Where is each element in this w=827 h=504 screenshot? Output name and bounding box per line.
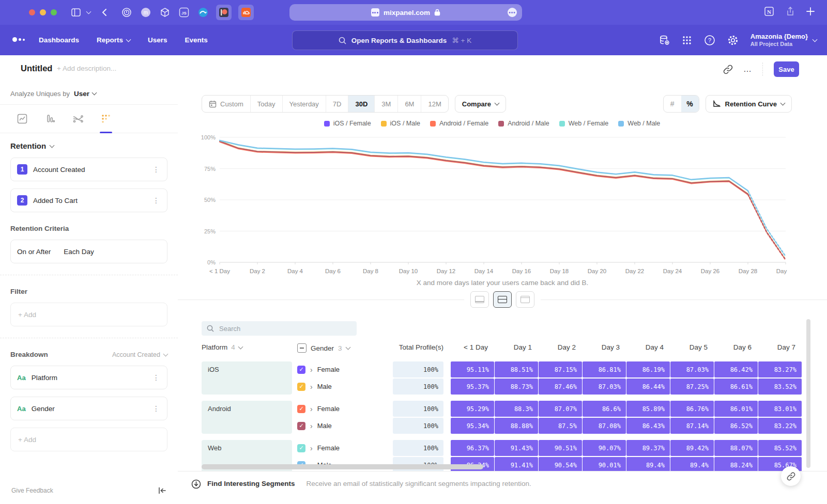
- retention-cell[interactable]: 83.01%: [758, 401, 802, 417]
- retention-cell[interactable]: 87.14%: [670, 418, 714, 434]
- retention-cell[interactable]: 88.73%: [495, 379, 538, 395]
- breakdown-menu-icon[interactable]: ⋮: [151, 373, 161, 382]
- retention-cell[interactable]: 86.61%: [714, 379, 758, 395]
- retention-chart[interactable]: 0%25%50%75%100%< 1 DayDay 2Day 4Day 6Day…: [196, 132, 788, 279]
- retention-cell[interactable]: 83.27%: [758, 361, 802, 377]
- legend-item[interactable]: Android / Male: [498, 120, 549, 127]
- vertical-scrollbar[interactable]: [806, 319, 810, 468]
- retention-cell[interactable]: 87.46%: [539, 379, 582, 395]
- cube-extension-icon[interactable]: [159, 6, 171, 19]
- range-custom[interactable]: Custom: [202, 96, 250, 112]
- retention-cell[interactable]: 90.54%: [539, 457, 582, 471]
- retention-cell[interactable]: 88.07%: [714, 440, 758, 456]
- retention-step-b[interactable]: 2 Added To Cart ⋮: [10, 188, 167, 212]
- retention-cell[interactable]: 90.07%: [583, 440, 626, 456]
- retention-cell[interactable]: 89.4%: [670, 457, 714, 471]
- retention-cell[interactable]: 95.37%: [451, 379, 494, 395]
- select-all-checkbox[interactable]: [297, 343, 307, 353]
- retention-cell[interactable]: 86.76%: [670, 401, 714, 417]
- total-column-header[interactable]: Total Profile(s): [393, 343, 443, 351]
- retention-section-title[interactable]: Retention: [10, 141, 46, 150]
- table-search-input[interactable]: [218, 324, 334, 333]
- layout-chart-only-button[interactable]: [470, 291, 489, 308]
- retention-cell[interactable]: 89.4%: [626, 457, 670, 471]
- retention-cell[interactable]: 90.01%: [583, 457, 626, 471]
- day-column-header[interactable]: Day 2: [539, 343, 582, 351]
- nav-events[interactable]: Events: [185, 36, 208, 44]
- range-3m[interactable]: 3M: [374, 96, 397, 112]
- day-column-header[interactable]: < 1 Day: [451, 343, 494, 351]
- retention-cell[interactable]: 86.44%: [626, 379, 670, 395]
- share-icon[interactable]: [786, 6, 795, 17]
- step-menu-icon[interactable]: ⋮: [151, 196, 161, 204]
- close-window-button[interactable]: [29, 9, 35, 15]
- mixpanel-logo[interactable]: [12, 37, 25, 42]
- range-30d[interactable]: 30D: [348, 96, 374, 112]
- retention-cell[interactable]: 91.41%: [495, 457, 538, 471]
- find-segments-title[interactable]: Find Interesting Segments: [207, 480, 295, 487]
- url-bar[interactable]: mixpanel.com •••: [289, 4, 522, 21]
- retention-cell[interactable]: 96.37%: [451, 440, 494, 456]
- retention-cell[interactable]: 86.52%: [714, 418, 758, 434]
- give-feedback-link[interactable]: Give Feedback: [11, 487, 53, 494]
- help-icon[interactable]: ?: [704, 35, 715, 46]
- sidebar-toggle-icon[interactable]: [71, 8, 81, 17]
- copy-link-icon[interactable]: [723, 65, 733, 74]
- day-column-header[interactable]: Day 5: [670, 343, 714, 351]
- retention-cell[interactable]: 90.51%: [539, 440, 582, 456]
- breakdown-scope-dropdown[interactable]: Account Created: [112, 351, 167, 358]
- day-column-header[interactable]: Day 1: [495, 343, 538, 351]
- row-checkbox[interactable]: ✓: [297, 383, 305, 391]
- save-button[interactable]: Save: [774, 61, 799, 77]
- retention-cell[interactable]: 86.42%: [714, 361, 758, 377]
- retention-cell[interactable]: 91.43%: [495, 440, 538, 456]
- legend-item[interactable]: Web / Male: [618, 120, 660, 127]
- collapse-sidebar-icon[interactable]: [158, 487, 166, 494]
- settings-gear-icon[interactable]: [727, 35, 739, 46]
- layout-split-button[interactable]: [493, 291, 512, 308]
- global-search[interactable]: Open Reports & Dashboards ⌘ + K: [292, 30, 518, 50]
- retention-cell[interactable]: 85.89%: [626, 401, 670, 417]
- analyze-entity-dropdown[interactable]: User: [74, 90, 89, 98]
- retention-cell[interactable]: 88.24%: [714, 457, 758, 471]
- criteria-mode-dropdown[interactable]: On or After: [17, 248, 51, 256]
- retention-cell[interactable]: 87.15%: [539, 361, 582, 377]
- layout-table-only-button[interactable]: [516, 291, 534, 308]
- tab-flows[interactable]: [70, 105, 86, 133]
- retention-cell[interactable]: 87.03%: [583, 379, 626, 395]
- m-extension-icon[interactable]: m: [140, 6, 152, 19]
- retention-cell[interactable]: 87.25%: [670, 379, 714, 395]
- retention-cell[interactable]: 85.52%: [758, 440, 802, 456]
- add-filter-button[interactable]: + Add: [10, 303, 167, 326]
- expand-row-icon[interactable]: ›: [310, 422, 313, 430]
- tab-funnels[interactable]: [42, 105, 58, 133]
- expand-row-icon[interactable]: ›: [310, 405, 313, 413]
- notion-tab-icon[interactable]: N: [764, 6, 774, 17]
- range-yesterday[interactable]: Yesterday: [282, 96, 326, 112]
- retention-cell[interactable]: 87.03%: [670, 361, 714, 377]
- project-switcher[interactable]: Amazonia {Demo} All Project Data: [751, 33, 817, 48]
- maximize-window-button[interactable]: [51, 9, 57, 15]
- step-menu-icon[interactable]: ⋮: [151, 165, 161, 174]
- retention-cell[interactable]: 88.88%: [495, 418, 538, 434]
- range-7d[interactable]: 7D: [326, 96, 348, 112]
- retention-cell[interactable]: 89.37%: [626, 440, 670, 456]
- back-icon[interactable]: [102, 8, 107, 17]
- data-management-icon[interactable]: [658, 35, 670, 46]
- table-search[interactable]: [202, 321, 357, 336]
- retention-cell[interactable]: 88.3%: [495, 401, 538, 417]
- new-tab-icon[interactable]: [806, 7, 815, 15]
- range-today[interactable]: Today: [250, 96, 282, 112]
- retention-cell[interactable]: 88.51%: [495, 361, 538, 377]
- retention-cell[interactable]: 86.43%: [626, 418, 670, 434]
- range-6m[interactable]: 6M: [397, 96, 421, 112]
- retention-cell[interactable]: 83.52%: [758, 379, 802, 395]
- retention-cell[interactable]: 95.29%: [451, 401, 494, 417]
- day-column-header[interactable]: Day 7: [758, 343, 802, 351]
- retention-step-a[interactable]: 1 Account Created ⋮: [10, 158, 167, 181]
- retention-cell[interactable]: 86.01%: [714, 401, 758, 417]
- retention-cell[interactable]: 87.08%: [583, 418, 626, 434]
- row-checkbox[interactable]: ✓: [297, 422, 305, 430]
- breakdown-menu-icon[interactable]: ⋮: [151, 404, 161, 413]
- nav-reports[interactable]: Reports: [97, 36, 130, 44]
